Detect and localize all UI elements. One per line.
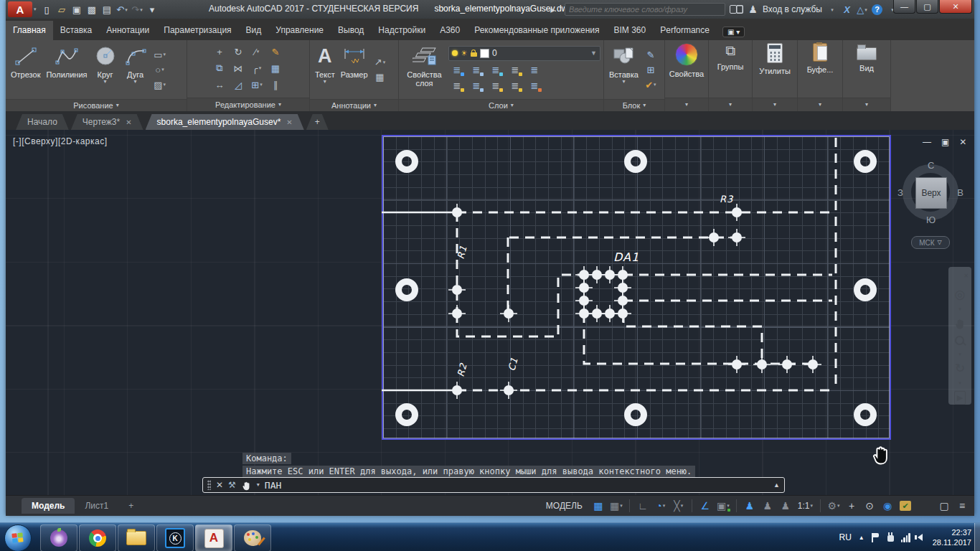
action-center-icon[interactable] bbox=[872, 533, 880, 542]
layout-tab-list1[interactable]: Лист1 bbox=[75, 498, 118, 514]
multileader-icon[interactable]: ↗▾ bbox=[372, 55, 389, 70]
line-button[interactable]: Отрезок bbox=[9, 42, 42, 98]
arc-button[interactable]: Дуга ▾ bbox=[121, 42, 150, 98]
taskbar-explorer[interactable] bbox=[118, 524, 155, 551]
tab-view[interactable]: Вид bbox=[239, 21, 269, 40]
array-icon[interactable]: ⊞▾ bbox=[248, 77, 265, 93]
box-3d-icon[interactable]: ▦ bbox=[267, 61, 284, 76]
rectangle-icon[interactable]: ▭▾ bbox=[151, 47, 169, 62]
layer-unlock-icon[interactable]: ≣ bbox=[507, 78, 524, 93]
layer-unisolate-icon[interactable]: ≣ bbox=[468, 78, 485, 93]
clock[interactable]: 22:3728.11.2017 bbox=[933, 527, 971, 547]
viewport-controls[interactable]: [-][Сверху][2D-каркас] bbox=[13, 136, 108, 146]
command-history-toggle-icon[interactable]: ▲ bbox=[773, 481, 780, 489]
edit-attribute-icon[interactable]: ✎ bbox=[642, 47, 659, 62]
create-block-icon[interactable]: ⊞ bbox=[642, 62, 659, 77]
exchange-apps-icon[interactable]: Х bbox=[839, 2, 854, 17]
close-tab-icon[interactable]: ✕ bbox=[286, 118, 292, 126]
a360-icon[interactable]: △▾ bbox=[854, 2, 870, 17]
layer-lock-icon[interactable]: ≣ bbox=[507, 62, 524, 77]
object-snap-icon[interactable]: ▣▾ bbox=[715, 499, 731, 513]
redo-icon[interactable]: ↷▾ bbox=[130, 2, 145, 17]
navigation-wheel-icon[interactable]: ◎ bbox=[955, 288, 966, 301]
hardware-acceleration-icon[interactable]: ◉ bbox=[880, 499, 895, 513]
autocad-logo[interactable]: A bbox=[8, 1, 32, 17]
scale-icon[interactable]: ◿ bbox=[230, 77, 247, 93]
clean-screen-icon[interactable]: ▢ bbox=[936, 499, 952, 513]
command-options-caret-icon[interactable]: ▾ bbox=[257, 482, 260, 488]
doc-close-icon[interactable]: ✕ bbox=[959, 137, 966, 147]
orbit-icon[interactable]: ↻ bbox=[955, 362, 965, 375]
close-tab-icon[interactable]: ✕ bbox=[126, 118, 131, 126]
new-tab-button[interactable]: + bbox=[306, 114, 329, 130]
command-close-icon[interactable]: ✕ bbox=[216, 480, 223, 490]
panel-label-modify[interactable]: Редактирование▾ bbox=[187, 98, 309, 111]
maximize-button[interactable]: ▢ bbox=[916, 0, 938, 14]
tab-a360[interactable]: A360 bbox=[433, 21, 467, 40]
layer-on-icon[interactable]: ≣ bbox=[448, 78, 466, 93]
workspace-switching-icon[interactable]: ⚙▾ bbox=[826, 499, 842, 513]
insert-block-button[interactable]: Вставка ▾ bbox=[607, 42, 641, 98]
help-icon[interactable]: ? bbox=[872, 4, 882, 15]
search-icon[interactable] bbox=[730, 5, 737, 14]
fillet-icon[interactable]: ╭▾ bbox=[248, 61, 265, 76]
ellipse-icon[interactable]: ○▾ bbox=[151, 62, 169, 77]
file-tab-drawing3[interactable]: Чертеж3*✕ bbox=[71, 114, 143, 130]
layer-match-icon[interactable]: ≣ bbox=[526, 78, 543, 93]
copy-icon[interactable]: ⧉ bbox=[211, 61, 228, 76]
customization-menu-icon[interactable]: ≡ bbox=[954, 499, 970, 513]
tab-addins[interactable]: Надстройки bbox=[371, 21, 433, 40]
navbar-close-icon[interactable]: ✕ bbox=[963, 270, 969, 282]
layer-freeze-icon[interactable]: ≣ bbox=[487, 62, 504, 77]
close-button[interactable]: ✕ bbox=[939, 0, 972, 14]
drawing-canvas[interactable]: R1R2C1R3DA1 [-][Сверху][2D-каркас] — ▣ ✕… bbox=[6, 130, 974, 495]
open-folder-icon[interactable]: ▱ bbox=[55, 2, 70, 17]
tab-featured-apps[interactable]: Рекомендованные приложения bbox=[467, 21, 606, 40]
layer-dropdown[interactable]: ☀ 0 ▼ bbox=[448, 46, 600, 61]
taskbar-tor-browser[interactable] bbox=[40, 524, 77, 551]
properties-button[interactable]: Свойства bbox=[665, 40, 708, 98]
logo-caret-icon[interactable]: ▾ bbox=[34, 6, 37, 12]
circle-button[interactable]: Круг ▾ bbox=[91, 42, 120, 98]
model-space-indicator[interactable]: МОДЕЛЬ bbox=[546, 501, 583, 511]
show-desktop-button[interactable] bbox=[974, 523, 980, 551]
taskbar-autocad[interactable]: A bbox=[195, 524, 232, 551]
show-motion-icon[interactable]: ▶ bbox=[954, 391, 966, 405]
block-attributes-icon[interactable]: ✔▾ bbox=[642, 77, 659, 93]
search-input[interactable] bbox=[565, 3, 725, 16]
new-layout-button[interactable]: + bbox=[118, 498, 143, 514]
mirror-icon[interactable]: ⋈ bbox=[230, 61, 247, 76]
viewcube-west[interactable]: З bbox=[897, 187, 903, 198]
command-tools-icon[interactable]: ⚒ bbox=[228, 480, 236, 490]
panel-label-groups[interactable]: ▾ bbox=[709, 98, 752, 111]
viewcube-top-face[interactable]: Верх bbox=[915, 177, 947, 209]
qat-customize-icon[interactable]: ▾ bbox=[145, 2, 160, 17]
language-indicator[interactable]: RU bbox=[839, 532, 851, 542]
new-file-icon[interactable]: ▯ bbox=[39, 2, 55, 17]
scale-value[interactable]: 1:1▾ bbox=[796, 499, 815, 513]
tab-bim360[interactable]: BIM 360 bbox=[607, 21, 654, 40]
orbit-caret-icon[interactable]: ▾ bbox=[958, 381, 961, 385]
pan-icon[interactable] bbox=[953, 317, 966, 329]
start-button[interactable] bbox=[4, 524, 32, 551]
text-button[interactable]: A Текст ▾ bbox=[313, 42, 337, 98]
groups-button[interactable]: ⧉ Группы bbox=[709, 40, 752, 98]
viewcube-north[interactable]: С bbox=[928, 160, 934, 171]
command-grip[interactable] bbox=[207, 480, 211, 490]
user-icon[interactable]: ♟ bbox=[745, 2, 760, 17]
annotation-visibility-icon[interactable]: ♟ bbox=[742, 499, 758, 513]
tray-expand-icon[interactable]: ▲ bbox=[859, 534, 864, 541]
tab-performance[interactable]: Performance bbox=[653, 21, 717, 40]
panel-label-properties[interactable]: ▾ bbox=[665, 98, 708, 111]
ucs-button[interactable]: МСК▽ bbox=[911, 236, 950, 249]
clipboard-button[interactable]: Буфе... bbox=[798, 40, 842, 98]
taskbar-chrome[interactable] bbox=[79, 524, 116, 551]
move-icon[interactable]: + bbox=[211, 44, 228, 60]
tab-annotate[interactable]: Аннотации bbox=[99, 21, 156, 40]
layer-states-icon[interactable]: ≣ bbox=[526, 62, 543, 77]
trusted-dwg-icon[interactable]: ✔ bbox=[900, 501, 911, 511]
arc-caret-icon[interactable]: ▾ bbox=[134, 79, 137, 85]
panel-label-layers[interactable]: Слои▾ bbox=[399, 99, 603, 111]
doc-minimize-icon[interactable]: — bbox=[923, 137, 931, 147]
ribbon-display-toggle[interactable]: ▣ ▾ bbox=[722, 27, 745, 37]
